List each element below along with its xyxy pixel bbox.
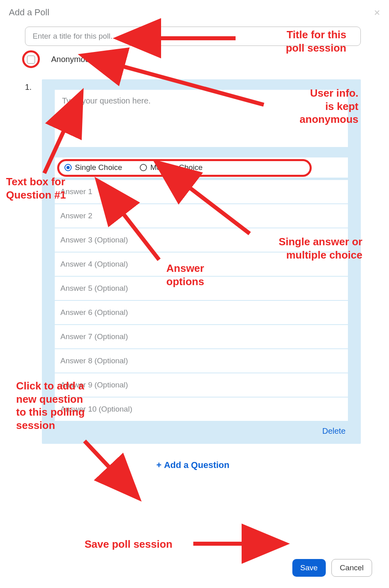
anonymous-label: Anonymous? xyxy=(51,55,98,64)
answer-input-10[interactable] xyxy=(55,398,348,421)
question-text-input[interactable] xyxy=(55,90,348,147)
plus-icon: + xyxy=(156,460,161,470)
answer-input-9[interactable] xyxy=(55,373,348,397)
answer-input-1[interactable] xyxy=(55,180,348,203)
answer-input-2[interactable] xyxy=(55,204,348,228)
answer-input-8[interactable] xyxy=(55,349,348,373)
close-icon[interactable]: × xyxy=(374,7,380,18)
answer-input-4[interactable] xyxy=(55,253,348,276)
poll-title-input[interactable] xyxy=(25,27,361,46)
answer-input-6[interactable] xyxy=(55,301,348,324)
answer-input-7[interactable] xyxy=(55,325,348,348)
help-icon[interactable]: ? xyxy=(103,56,110,63)
radio-icon xyxy=(64,164,72,171)
multiple-choice-label: Multiple Choice xyxy=(150,163,203,172)
dialog-title: Add a Poll xyxy=(9,7,49,18)
cancel-button[interactable]: Cancel xyxy=(331,559,372,577)
delete-question-link[interactable]: Delete xyxy=(322,427,346,435)
single-choice-label: Single Choice xyxy=(75,163,122,172)
annotation-save: Save poll session xyxy=(85,538,172,551)
add-question-link[interactable]: +Add a Question xyxy=(156,460,229,470)
answer-input-5[interactable] xyxy=(55,277,348,300)
add-question-label: Add a Question xyxy=(164,460,230,470)
answers-list xyxy=(55,180,348,421)
save-button[interactable]: Save xyxy=(292,559,326,577)
question-number: 1. xyxy=(25,79,37,444)
multiple-choice-radio[interactable]: Multiple Choice xyxy=(134,163,203,172)
anonymous-checkbox[interactable] xyxy=(27,56,35,64)
question-card: Single Choice Multiple Choice xyxy=(42,79,361,444)
radio-icon xyxy=(140,164,147,171)
single-choice-radio[interactable]: Single Choice xyxy=(59,163,122,172)
answer-input-3[interactable] xyxy=(55,228,348,252)
